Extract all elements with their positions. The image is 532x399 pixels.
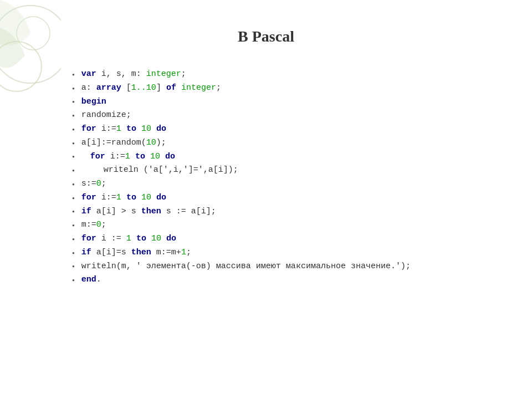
bullet-14: ● xyxy=(72,249,75,257)
code-line-5: ● for i:=1 to 10 do xyxy=(72,122,532,136)
code-line-16: ● end. xyxy=(72,273,532,287)
code-line-13: ● for i := 1 to 10 do xyxy=(72,232,532,246)
code-line-10: ● for i:=1 to 10 do xyxy=(72,191,532,205)
code-line-8: ● writeln ('a[',i,']=',a[i]); xyxy=(72,163,532,177)
code-line-15: ● writeln(m, ' элемента(-ов) массива име… xyxy=(72,260,532,274)
code-text-14: if a[i]=s then m:=m+1; xyxy=(81,246,191,260)
bullet-5: ● xyxy=(72,126,75,133)
code-text-13: for i := 1 to 10 do xyxy=(81,232,176,246)
code-text-2: a: array [1..10] of integer; xyxy=(81,81,221,95)
bullet-4: ● xyxy=(72,112,75,119)
code-container: ● var i, s, m: integer; ● a: array [1..1… xyxy=(72,68,532,287)
decorative-circles xyxy=(0,0,61,111)
code-text-4: randomize; xyxy=(81,109,131,122)
bullet-2: ● xyxy=(72,85,75,92)
code-line-6: ● a[i]:=random(10); xyxy=(72,136,532,150)
code-text-15: writeln(m, ' элемента(-ов) массива имеют… xyxy=(81,260,411,274)
code-text-10: for i:=1 to 10 do xyxy=(81,191,166,205)
bullet-1: ● xyxy=(72,71,75,78)
bullet-13: ● xyxy=(72,236,75,243)
code-text-16: end. xyxy=(81,273,101,287)
bullet-8: ● xyxy=(72,167,75,174)
page-title: В Pascal xyxy=(0,0,532,62)
bullet-6: ● xyxy=(72,140,75,147)
bullet-16: ● xyxy=(72,277,75,284)
code-line-1: ● var i, s, m: integer; xyxy=(72,68,532,81)
code-line-7: ● for i:=1 to 10 do xyxy=(72,150,532,164)
bullet-15: ● xyxy=(72,263,75,270)
code-text-6: a[i]:=random(10); xyxy=(81,136,166,150)
code-text-8: writeln ('a[',i,']=',a[i]); xyxy=(81,163,238,177)
code-line-2: ● a: array [1..10] of integer; xyxy=(72,81,532,95)
bullet-11: ● xyxy=(72,208,75,215)
bullet-7: ● xyxy=(72,153,75,160)
code-line-4: ● randomize; xyxy=(72,109,532,122)
code-text-7: for i:=1 to 10 do xyxy=(81,150,175,164)
code-text-5: for i:=1 to 10 do xyxy=(81,122,166,136)
code-line-11: ● if a[i] > s then s := a[i]; xyxy=(72,205,532,219)
code-line-9: ● s:=0; xyxy=(72,177,532,191)
code-text-9: s:=0; xyxy=(81,177,106,191)
bullet-12: ● xyxy=(72,222,75,229)
code-text-12: m:=0; xyxy=(81,218,106,232)
bullet-9: ● xyxy=(72,181,75,188)
code-line-12: ● m:=0; xyxy=(72,218,532,232)
code-text-3: begin xyxy=(81,95,106,109)
code-line-3: ● begin xyxy=(72,95,532,109)
code-text-1: var i, s, m: integer; xyxy=(81,68,186,81)
bullet-10: ● xyxy=(72,195,75,202)
bullet-3: ● xyxy=(72,98,75,105)
code-line-14: ● if a[i]=s then m:=m+1; xyxy=(72,246,532,260)
code-text-11: if a[i] > s then s := a[i]; xyxy=(81,205,216,219)
